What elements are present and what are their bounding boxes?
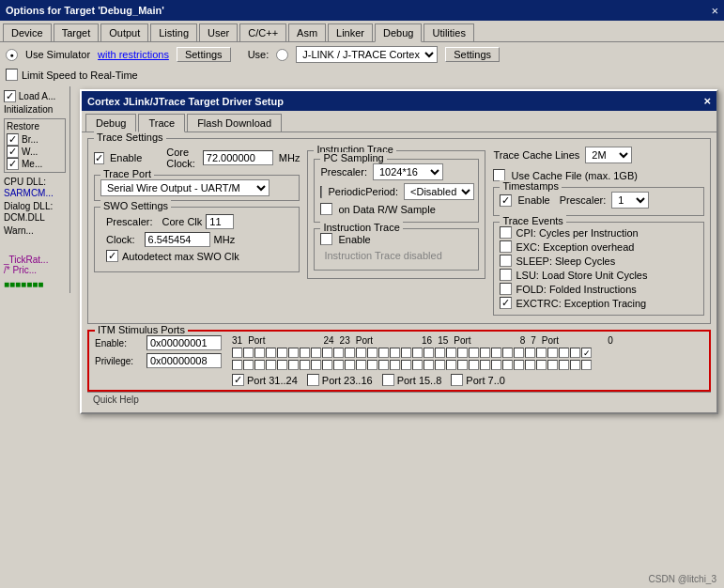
tab-linker[interactable]: Linker xyxy=(328,23,373,41)
tab-listing[interactable]: Listing xyxy=(150,23,197,41)
restore-br-cb[interactable]: ✓ xyxy=(7,133,19,146)
priv-bit-16[interactable] xyxy=(412,360,423,370)
enable-bit-4[interactable] xyxy=(277,348,287,358)
trace-enable-checkbox[interactable]: ✓ xyxy=(94,152,104,164)
tab-target[interactable]: Target xyxy=(54,23,100,41)
enable-bit-26[interactable] xyxy=(525,348,535,358)
inner-tab-flash-download[interactable]: Flash Download xyxy=(187,114,282,132)
periodic-select[interactable]: <Disabled> xyxy=(404,183,474,200)
enable-bit-1[interactable] xyxy=(243,348,254,358)
tab-user[interactable]: User xyxy=(199,23,238,41)
port-15-8-checkbox[interactable] xyxy=(382,374,394,386)
priv-bit-26[interactable] xyxy=(525,360,535,370)
tab-debug[interactable]: Debug xyxy=(375,23,422,42)
priv-bit-31[interactable] xyxy=(581,360,592,370)
priv-bit-24[interactable] xyxy=(502,360,513,370)
priv-bit-8[interactable] xyxy=(322,360,332,370)
timestamps-enable-checkbox[interactable]: ✓ xyxy=(500,194,512,207)
priv-bit-22[interactable] xyxy=(480,360,490,370)
enable-bit-5[interactable] xyxy=(288,348,299,358)
priv-bit-30[interactable] xyxy=(570,360,580,370)
priv-bit-5[interactable] xyxy=(288,360,299,370)
enable-bit-30[interactable] xyxy=(570,348,580,358)
priv-bit-0[interactable] xyxy=(232,360,242,370)
trace-cache-select[interactable]: 2M xyxy=(585,147,632,163)
priv-bit-12[interactable] xyxy=(367,360,377,370)
enable-bit-2[interactable] xyxy=(254,348,265,358)
periodic-period-checkbox[interactable] xyxy=(320,186,322,198)
restore-me-cb[interactable]: ✓ xyxy=(7,158,19,170)
inner-tab-debug[interactable]: Debug xyxy=(85,114,136,132)
priv-bit-10[interactable] xyxy=(345,360,355,370)
trace-port-select[interactable]: Serial Wire Output - UART/M xyxy=(100,179,270,196)
enable-bit-27[interactable] xyxy=(536,348,547,358)
enable-bit-19[interactable] xyxy=(446,348,456,358)
use-jlink-radio[interactable] xyxy=(276,49,288,61)
priv-bit-29[interactable] xyxy=(559,360,569,370)
priv-bit-7[interactable] xyxy=(311,360,321,370)
priv-bit-14[interactable] xyxy=(390,360,400,370)
use-simulator-radio[interactable] xyxy=(6,49,18,61)
enable-bit-28[interactable] xyxy=(547,348,558,358)
port-31-24-checkbox[interactable]: ✓ xyxy=(232,374,244,386)
enable-bit-15[interactable] xyxy=(401,348,411,358)
event-lsu-checkbox[interactable] xyxy=(500,269,512,281)
tab-cpp[interactable]: C/C++ xyxy=(239,23,286,41)
enable-bit-0[interactable] xyxy=(232,348,242,358)
enable-bit-14[interactable] xyxy=(390,348,400,358)
priv-bit-13[interactable] xyxy=(378,360,389,370)
enable-bit-9[interactable] xyxy=(333,348,344,358)
enable-bit-13[interactable] xyxy=(378,348,389,358)
event-cpi-checkbox[interactable] xyxy=(500,226,512,239)
tab-asm[interactable]: Asm xyxy=(288,23,326,41)
priv-bit-23[interactable] xyxy=(491,360,501,370)
port-7-0-checkbox[interactable] xyxy=(451,374,463,386)
restore-w-cb[interactable]: ✓ xyxy=(7,146,19,158)
simulator-settings-button[interactable]: Settings xyxy=(177,47,231,62)
priv-bit-15[interactable] xyxy=(401,360,411,370)
priv-bit-18[interactable] xyxy=(435,360,445,370)
enable-bit-18[interactable] xyxy=(435,348,445,358)
enable-bit-31[interactable]: ✓ xyxy=(581,348,592,358)
priv-bit-2[interactable] xyxy=(254,360,265,370)
enable-bit-11[interactable] xyxy=(356,348,366,358)
priv-bit-27[interactable] xyxy=(536,360,547,370)
event-fold-checkbox[interactable] xyxy=(500,283,512,295)
window-close-button[interactable]: × xyxy=(711,4,718,18)
priv-bit-9[interactable] xyxy=(333,360,344,370)
timestamps-prescaler-select[interactable]: 1 xyxy=(611,192,649,209)
priv-bit-25[interactable] xyxy=(514,360,524,370)
port-23-16-checkbox[interactable] xyxy=(307,374,319,386)
enable-bit-12[interactable] xyxy=(367,348,377,358)
priv-bit-1[interactable] xyxy=(243,360,254,370)
enable-bit-24[interactable] xyxy=(502,348,513,358)
enable-bit-25[interactable] xyxy=(514,348,524,358)
clock-input[interactable] xyxy=(145,232,210,247)
enable-bit-20[interactable] xyxy=(457,348,468,358)
priv-bit-4[interactable] xyxy=(277,360,287,370)
enable-bit-7[interactable] xyxy=(311,348,321,358)
enable-bit-16[interactable] xyxy=(412,348,423,358)
with-restrictions-link[interactable]: with restrictions xyxy=(98,49,169,60)
autodetect-checkbox[interactable]: ✓ xyxy=(106,250,118,262)
priv-bit-11[interactable] xyxy=(356,360,366,370)
tab-output[interactable]: Output xyxy=(100,23,148,41)
event-exc-checkbox[interactable] xyxy=(500,240,512,253)
limit-speed-checkbox[interactable] xyxy=(6,69,18,81)
tab-utilities[interactable]: Utilities xyxy=(424,23,473,41)
enable-bit-29[interactable] xyxy=(559,348,569,358)
load-checkbox[interactable]: ✓ xyxy=(4,90,16,102)
itm-enable-input[interactable] xyxy=(146,335,222,350)
priv-bit-21[interactable] xyxy=(469,360,479,370)
tab-device[interactable]: Device xyxy=(3,23,52,41)
enable-bit-10[interactable] xyxy=(345,348,355,358)
priv-bit-6[interactable] xyxy=(300,360,310,370)
priv-bit-28[interactable] xyxy=(547,360,558,370)
enable-bit-6[interactable] xyxy=(300,348,310,358)
itm-privilege-input[interactable] xyxy=(146,353,222,368)
instr-enable-checkbox[interactable] xyxy=(320,233,332,245)
jlink-settings-button[interactable]: Settings xyxy=(445,47,500,62)
event-exctrc-checkbox[interactable]: ✓ xyxy=(500,297,512,309)
inner-tab-trace[interactable]: Trace xyxy=(138,114,185,132)
inner-dialog-close-button[interactable]: × xyxy=(703,94,711,108)
